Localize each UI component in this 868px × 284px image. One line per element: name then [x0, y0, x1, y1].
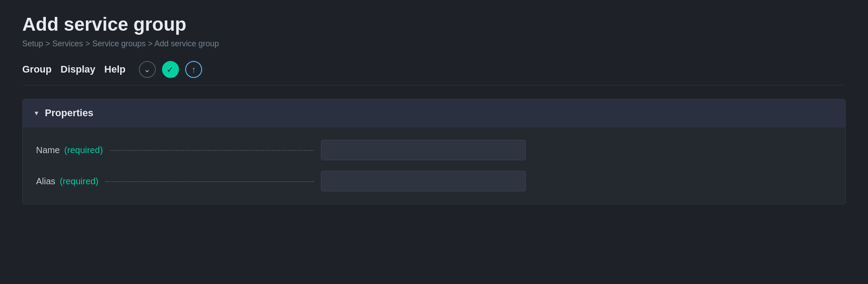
section-title: Properties [45, 107, 93, 119]
upload-icon: ↑ [191, 65, 196, 75]
form-row-name: Name (required) [36, 140, 832, 160]
form-row-alias: Alias (required) [36, 171, 832, 191]
form-label-area-name: Name (required) [36, 145, 321, 155]
breadcrumb-setup[interactable]: Setup [22, 39, 43, 48]
alias-dots-divider [105, 181, 314, 182]
name-input[interactable] [321, 140, 526, 160]
name-required: (required) [64, 145, 103, 155]
properties-section: ▼ Properties Name (required) Alias (requ… [22, 99, 846, 204]
form-area: Name (required) Alias (required) [23, 127, 845, 204]
upload-button[interactable]: ↑ [185, 61, 202, 78]
toolbar-icons: ⌄ ✓ ↑ [139, 61, 202, 78]
check-icon: ✓ [166, 64, 174, 75]
breadcrumb-sep-3: > [148, 39, 154, 48]
tab-help[interactable]: Help [104, 62, 126, 77]
breadcrumb-sep-1: > [45, 39, 53, 48]
collapse-triangle-icon[interactable]: ▼ [33, 110, 40, 117]
name-label: Name [36, 145, 60, 155]
breadcrumb-current: Add service group [154, 39, 219, 48]
alias-required: (required) [60, 176, 98, 187]
chevron-down-icon: ⌄ [144, 65, 150, 74]
alias-label: Alias [36, 176, 55, 187]
tab-group[interactable]: Group [22, 62, 52, 77]
name-dots-divider [110, 150, 314, 151]
alias-input[interactable] [321, 171, 526, 191]
breadcrumb-sep-2: > [85, 39, 93, 48]
chevron-down-button[interactable]: ⌄ [139, 61, 156, 78]
toolbar: Group Display Help ⌄ ✓ ↑ [22, 61, 846, 85]
form-label-area-alias: Alias (required) [36, 176, 321, 187]
tab-display[interactable]: Display [61, 62, 95, 77]
breadcrumb: Setup > Services > Service groups > Add … [22, 39, 846, 49]
breadcrumb-service-groups[interactable]: Service groups [92, 39, 146, 48]
section-header: ▼ Properties [23, 99, 845, 127]
page-title: Add service group [22, 13, 846, 36]
breadcrumb-services[interactable]: Services [53, 39, 83, 48]
page-container: Add service group Setup > Services > Ser… [0, 0, 868, 222]
check-button[interactable]: ✓ [162, 61, 179, 78]
